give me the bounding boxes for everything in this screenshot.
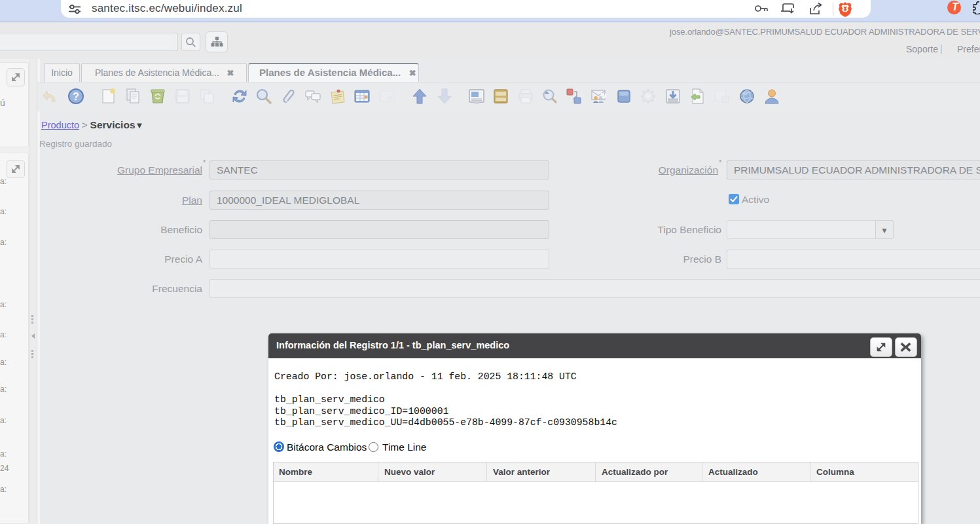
svg-text:?: ? <box>73 91 79 102</box>
